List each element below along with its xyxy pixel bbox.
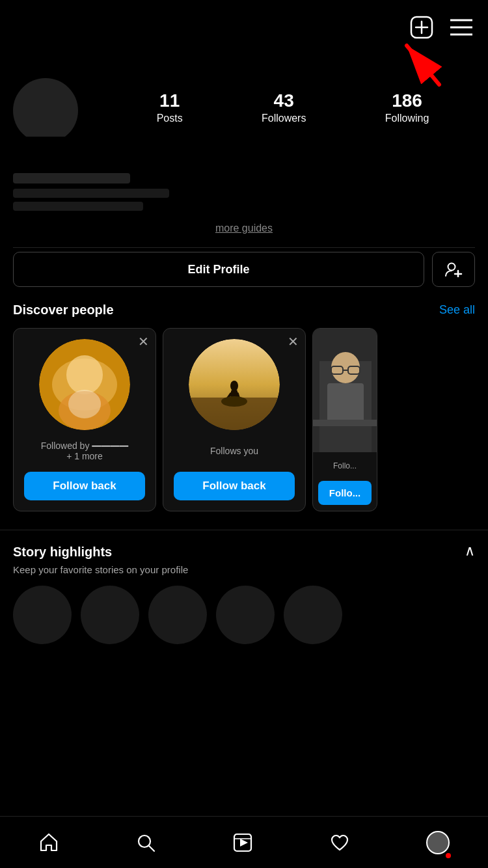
story-circles [13, 586, 475, 644]
story-circle-4[interactable] [216, 586, 275, 644]
svg-point-8 [448, 264, 455, 271]
profile-area: 11 Posts 43 Followers 186 Following mor [0, 72, 488, 303]
profile-image-placeholder [0, 0, 195, 72]
svg-rect-17 [39, 339, 130, 430]
posts-count: 11 [159, 91, 180, 111]
svg-rect-34 [319, 426, 372, 452]
person-2-follow-info: Follows you [204, 438, 265, 464]
reels-icon [232, 832, 253, 853]
profile-top: 11 Posts 43 Followers 186 Following [13, 72, 475, 173]
follow-3-button[interactable]: Follo... [318, 481, 372, 505]
story-title: Story highlights [13, 545, 112, 560]
story-header: Story highlights ∨ [13, 530, 475, 564]
person-card-1-inner: Followed by ———— + 1 more [14, 329, 156, 472]
story-section: Story highlights ∨ Keep your favorite st… [0, 530, 488, 657]
menu-button[interactable] [448, 16, 475, 41]
follow-back-1-button[interactable]: Follow back [24, 472, 145, 500]
see-all-link[interactable]: See all [439, 303, 475, 317]
nav-profile[interactable] [416, 826, 460, 860]
person-card-3: Follo... Follo... [312, 328, 377, 511]
svg-point-21 [230, 381, 238, 391]
story-circle-2[interactable] [81, 586, 139, 644]
svg-point-28 [331, 352, 360, 383]
discover-header: Discover people See all [13, 303, 475, 318]
following-count: 186 [392, 91, 422, 111]
svg-line-36 [149, 846, 154, 851]
followers-label: Followers [262, 113, 306, 124]
more-guides[interactable]: more guides [13, 216, 475, 248]
close-card-1-button[interactable]: ✕ [138, 335, 149, 348]
add-person-icon [444, 262, 463, 277]
edit-profile-button[interactable]: Edit Profile [13, 252, 424, 287]
discover-title: Discover people [13, 303, 114, 318]
story-collapse-button[interactable]: ∨ [465, 543, 475, 560]
new-post-icon [410, 16, 433, 39]
profile-avatar-small [426, 831, 450, 854]
posts-stat[interactable]: 11 Posts [157, 91, 183, 124]
header [0, 0, 488, 72]
story-circle-5[interactable] [284, 586, 342, 644]
story-circle-1[interactable] [13, 586, 72, 644]
avatar-wrap [13, 72, 104, 163]
bottom-nav [0, 816, 488, 868]
person-1-more-text: + 1 more [66, 451, 103, 461]
notification-dot [446, 853, 451, 858]
person-1-followed-by-text: Followed by ———— [41, 441, 129, 451]
nav-activity[interactable] [319, 827, 360, 858]
person-2-avatar [189, 339, 280, 430]
header-icons [407, 13, 475, 44]
new-post-button[interactable] [407, 13, 436, 44]
story-circle-3[interactable] [148, 586, 207, 644]
search-icon [135, 832, 156, 853]
person-2-follows-you: Follows you [210, 446, 258, 456]
person-card-2: ✕ [163, 328, 306, 511]
followers-stat[interactable]: 43 Followers [262, 91, 306, 124]
followers-count: 43 [274, 91, 294, 111]
following-stat[interactable]: 186 Following [385, 91, 429, 124]
home-icon [38, 832, 59, 853]
person-3-follow-info: Follo... [318, 456, 372, 476]
svg-marker-38 [240, 839, 248, 847]
people-row: ✕ [13, 328, 475, 511]
svg-point-25 [221, 396, 247, 407]
svg-rect-32 [327, 383, 364, 422]
nav-reels[interactable] [222, 827, 264, 858]
posts-label: Posts [157, 113, 183, 124]
person-card-2-inner: Follows you [163, 329, 305, 472]
discover-section: Discover people See all ✕ [0, 303, 488, 527]
svg-rect-33 [313, 420, 377, 426]
story-subtitle: Keep your favorite stories on your profi… [13, 564, 475, 575]
person-card-1: ✕ [13, 328, 156, 511]
person-1-follow-info: Followed by ———— + 1 more [34, 438, 135, 464]
action-buttons: Edit Profile [13, 252, 475, 303]
person-3-avatar [313, 329, 377, 452]
stats-area: 11 Posts 43 Followers 186 Following [117, 72, 475, 124]
add-friend-button[interactable] [432, 252, 475, 287]
nav-home[interactable] [28, 827, 70, 858]
close-card-2-button[interactable]: ✕ [288, 335, 299, 348]
hamburger-icon [450, 18, 472, 36]
following-label: Following [385, 113, 429, 124]
follow-back-2-button[interactable]: Follow back [174, 472, 295, 500]
person-1-avatar [39, 339, 130, 430]
heart-icon [329, 832, 350, 853]
nav-search[interactable] [125, 827, 167, 858]
profile-bio [13, 173, 475, 216]
